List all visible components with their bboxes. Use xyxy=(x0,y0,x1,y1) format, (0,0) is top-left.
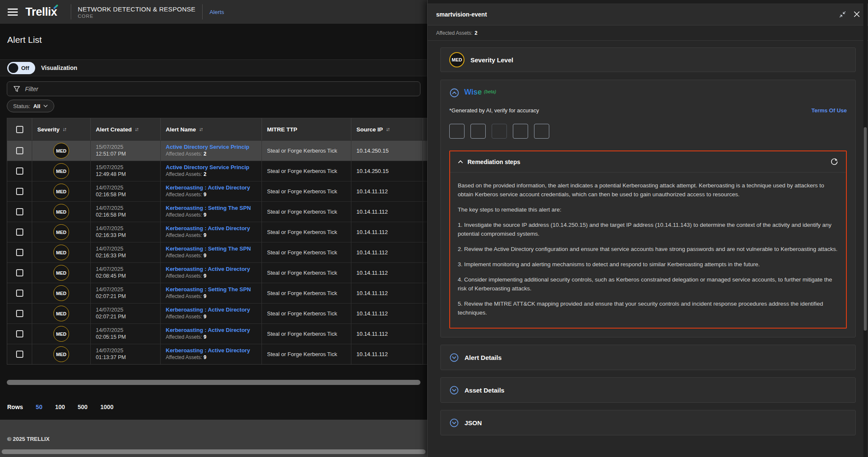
mitre-ttp-cell: Steal or Forge Kerberos Tick xyxy=(262,324,351,344)
alert-detail-panel: smartvision-event Affected Assets: 2 MED… xyxy=(427,0,868,457)
sort-icon[interactable]: ↓↑ xyxy=(386,126,389,132)
remediation-steps-title: Remediation steps xyxy=(467,159,826,165)
filter-input[interactable] xyxy=(7,81,420,96)
remediation-steps-header[interactable]: Remediation steps xyxy=(450,151,846,173)
accordion-section[interactable]: Alert Details xyxy=(440,345,856,370)
alert-name-link[interactable]: Kerberoasting : Active Directory xyxy=(166,184,262,191)
wise-action-button[interactable] xyxy=(470,124,486,139)
crown-icon xyxy=(391,229,399,236)
table-header-cell[interactable]: MITRE TTP ↓↑ xyxy=(262,118,351,140)
row-checkbox[interactable] xyxy=(16,310,23,317)
collapse-section-icon[interactable] xyxy=(449,88,459,98)
alert-name-link[interactable]: Active Directory Service Princip xyxy=(166,164,262,171)
rows-option-50[interactable]: 50 xyxy=(36,404,42,410)
source-ip-value: 10.14.11.112 xyxy=(356,351,388,357)
terms-of-use-link[interactable]: Terms Of Use xyxy=(811,107,847,114)
alert-name-link[interactable]: Kerberoasting : Active Directory xyxy=(166,265,262,273)
expand-section-icon[interactable] xyxy=(449,385,459,395)
crown-icon xyxy=(391,209,399,215)
row-checkbox[interactable] xyxy=(16,147,23,154)
panel-title: smartvision-event xyxy=(436,11,839,18)
row-checkbox[interactable] xyxy=(16,208,23,215)
remediation-paragraph: 2. Review the Active Directory configura… xyxy=(458,245,838,254)
sort-icon[interactable]: ↓↑ xyxy=(199,126,202,132)
accordion-section[interactable]: Asset Details xyxy=(440,377,856,403)
page-horizontal-scrollbar[interactable] xyxy=(2,449,426,454)
rows-option-500[interactable]: 500 xyxy=(78,404,87,410)
source-ip-cell: 10.14.250.15 xyxy=(351,161,423,181)
row-checkbox[interactable] xyxy=(16,188,23,195)
table-row[interactable]: MED 14/07/2025 02:16:58 PM Kerberoasting… xyxy=(7,181,427,201)
severity-badge: MED xyxy=(53,184,69,199)
row-checkbox[interactable] xyxy=(16,249,23,256)
affected-assets-label: Affected Assets: xyxy=(166,232,202,238)
alert-time: 02:07:21 PM xyxy=(96,293,160,300)
alert-name-link[interactable]: Kerberoasting : Active Directory xyxy=(166,326,262,334)
alert-time: 02:08:45 PM xyxy=(96,273,160,280)
affected-assets-count: 9 xyxy=(203,212,206,218)
hamburger-menu-icon[interactable] xyxy=(8,8,18,16)
row-checkbox[interactable] xyxy=(16,351,23,358)
source-ip-value: 10.14.250.15 xyxy=(356,148,389,154)
row-checkbox[interactable] xyxy=(16,167,23,175)
table-row[interactable]: MED 14/07/2025 02:08:45 PM Kerberoasting… xyxy=(7,262,427,283)
alert-name-cell: Active Directory Service Princip Affecte… xyxy=(161,141,262,161)
table-row[interactable]: MED 14/07/2025 02:05:15 PM Kerberoasting… xyxy=(7,323,427,344)
alert-name-cell: Kerberoasting : Active Directory Affecte… xyxy=(161,263,262,283)
table-row[interactable]: MED 14/07/2025 02:16:58 PM Kerberoasting… xyxy=(7,201,427,222)
table-horizontal-scrollbar[interactable] xyxy=(7,380,420,385)
wise-action-button[interactable] xyxy=(449,124,465,139)
sort-icon[interactable]: ↓↑ xyxy=(63,126,66,132)
expand-section-icon[interactable] xyxy=(449,418,459,428)
affected-assets-label: Affected Assets: xyxy=(166,354,202,360)
table-header-cell[interactable]: Alert Created ↓↑ xyxy=(91,118,161,140)
wise-action-button[interactable] xyxy=(513,124,528,139)
table-row[interactable]: MED 15/07/2025 12:49:48 PM Active Direct… xyxy=(7,161,427,181)
sort-icon[interactable]: ↓↑ xyxy=(135,126,138,132)
wise-action-button[interactable] xyxy=(534,124,549,139)
alert-name-link[interactable]: Active Directory Service Princip xyxy=(166,143,262,150)
row-checkbox[interactable] xyxy=(16,330,23,337)
alert-date: 14/07/2025 xyxy=(96,265,160,273)
mitre-ttp-cell: Steal or Forge Kerberos Tick xyxy=(262,283,351,303)
table-row[interactable]: MED 15/07/2025 12:51:07 PM Active Direct… xyxy=(7,140,427,161)
alert-created-cell: 14/07/2025 01:13:37 PM xyxy=(91,344,161,364)
row-checkbox[interactable] xyxy=(16,290,23,297)
alert-created-cell: 14/07/2025 02:16:33 PM xyxy=(91,242,161,262)
row-checkbox[interactable] xyxy=(16,269,23,276)
rows-option-1000[interactable]: 1000 xyxy=(100,404,114,410)
accordion-section[interactable]: JSON xyxy=(440,410,856,435)
alert-time: 02:16:33 PM xyxy=(96,232,160,239)
table-row[interactable]: MED 14/07/2025 02:07:21 PM Kerberoasting… xyxy=(7,303,427,323)
table-row[interactable]: MED 14/07/2025 02:16:33 PM Kerberoasting… xyxy=(7,222,427,242)
expand-section-icon[interactable] xyxy=(449,353,459,362)
table-row[interactable]: MED 14/07/2025 01:13:37 PM Kerberoasting… xyxy=(7,344,427,364)
row-checkbox[interactable] xyxy=(16,228,23,236)
alert-name-link[interactable]: Kerberoasting : Active Directory xyxy=(166,347,262,354)
panel-vertical-scrollbar[interactable] xyxy=(863,0,867,457)
alert-date: 14/07/2025 xyxy=(96,306,160,313)
nav-alerts-link[interactable]: Alerts xyxy=(209,9,224,15)
alert-name-link[interactable]: Kerberoasting : Setting The SPN xyxy=(166,245,262,252)
alert-name-link[interactable]: Kerberoasting : Active Directory xyxy=(166,225,262,232)
table-header-cell[interactable]: Alert Name ↓↑ xyxy=(161,118,262,140)
table-row[interactable]: MED 14/07/2025 02:07:21 PM Kerberoasting… xyxy=(7,283,427,303)
close-panel-icon[interactable] xyxy=(854,11,860,17)
visualization-toggle[interactable]: Off xyxy=(7,62,35,74)
alert-name-link[interactable]: Kerberoasting : Setting The SPN xyxy=(166,204,262,212)
wise-action-button[interactable] xyxy=(492,124,507,139)
wise-title: Wise xyxy=(464,88,482,96)
refresh-icon[interactable] xyxy=(830,158,838,166)
table-header-cell[interactable]: Severity ↓↑ xyxy=(32,118,91,140)
rows-option-100[interactable]: 100 xyxy=(55,404,65,410)
alert-name-link[interactable]: Kerberoasting : Setting The SPN xyxy=(166,286,262,293)
source-ip-cell: 10.14.11.112 xyxy=(351,263,423,283)
alert-name-link[interactable]: Kerberoasting : Active Directory xyxy=(166,306,262,313)
select-all-checkbox[interactable] xyxy=(16,126,23,133)
collapse-panel-icon[interactable] xyxy=(839,11,846,18)
scrollbar-thumb[interactable] xyxy=(864,127,867,331)
table-row[interactable]: MED 14/07/2025 02:16:33 PM Kerberoasting… xyxy=(7,242,427,262)
status-filter-dropdown[interactable]: Status: All xyxy=(7,100,54,112)
alert-name-cell: Kerberoasting : Setting The SPN Affected… xyxy=(161,242,262,262)
table-header-cell[interactable]: Source IP ↓↑ xyxy=(351,118,423,140)
